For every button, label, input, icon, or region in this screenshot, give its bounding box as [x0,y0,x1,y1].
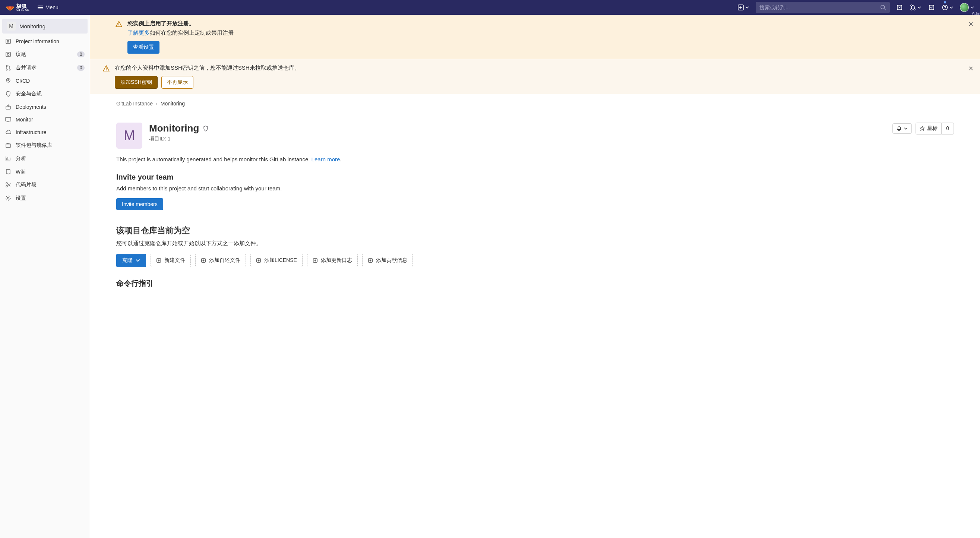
empty-repo-subtext: 您可以通过克隆仓库开始或开始以以下方式之一添加文件。 [116,240,954,247]
todo-icon [929,5,935,10]
star-count[interactable]: 0 [942,123,954,135]
svg-point-14 [8,80,9,81]
todos-shortcut[interactable] [925,0,938,15]
sidebar-item-merge-requests[interactable]: 合并请求 0 [0,61,90,75]
plus-box-icon [256,258,261,263]
package-icon [5,142,11,148]
create-new-button[interactable] [734,0,753,15]
plus-box-icon [738,5,744,10]
chevron-down-icon [904,127,908,131]
svg-point-1 [881,5,885,9]
sidebar-item-security[interactable]: 安全与合规 [0,87,90,100]
learn-more-link[interactable]: Learn more [312,156,340,162]
sidebar-item-label: 合并请求 [16,64,73,71]
clone-button[interactable]: 克隆 [116,254,146,267]
chevron-down-icon [917,6,921,9]
sidebar-item-label: 分析 [16,155,84,162]
monitor-icon [5,116,11,123]
svg-point-18 [6,183,8,184]
sidebar-item-label: Project information [16,38,84,45]
star-icon [920,126,925,131]
sidebar: M Monitoring Project information 议题 0 合并… [0,15,90,538]
add-ssh-key-button[interactable]: 添加SSH密钥 [115,76,158,89]
help-button[interactable] [938,0,957,15]
svg-rect-9 [6,52,10,57]
merge-requests-shortcut[interactable] [906,0,925,15]
close-icon[interactable]: × [969,20,973,28]
sidebar-item-deployments[interactable]: Deployments [0,100,90,113]
menu-button[interactable]: Menu [33,0,63,15]
sidebar-item-project-information[interactable]: Project information [0,35,90,48]
gitlab-fox-icon [6,3,14,11]
mr-count: 0 [77,65,84,71]
add-license-button[interactable]: 添加LICENSE [250,254,302,267]
sidebar-item-analytics[interactable]: 分析 [0,152,90,166]
sidebar-item-settings[interactable]: 设置 [0,191,90,205]
gear-icon [5,195,11,201]
search-box[interactable] [756,2,890,13]
svg-point-13 [9,69,10,70]
visibility-internal-icon [203,126,209,132]
svg-point-20 [8,197,9,199]
project-avatar-small: M [7,22,16,30]
add-changelog-button[interactable]: 添加更新日志 [307,254,358,267]
learn-more-link[interactable]: 了解更多 [127,29,150,36]
sidebar-item-label: Infrastructure [16,129,84,135]
issues-count: 0 [77,51,84,57]
dismiss-ssh-button[interactable]: 不再显示 [161,76,193,89]
sidebar-item-snippets[interactable]: 代码片段 [0,178,90,191]
svg-rect-16 [6,117,11,121]
sidebar-item-wiki[interactable]: Wiki [0,166,90,178]
sidebar-item-monitor[interactable]: Monitor [0,113,90,126]
notification-settings-button[interactable] [892,123,912,134]
merge-icon [5,65,11,71]
deploy-icon [5,104,11,110]
svg-point-4 [911,9,912,10]
svg-point-19 [6,186,8,187]
search-icon[interactable] [880,5,886,10]
new-file-button[interactable]: 新建文件 [151,254,191,267]
plus-box-icon [313,258,318,263]
breadcrumb-root[interactable]: GitLab Instance [116,100,153,107]
svg-point-11 [6,65,7,66]
project-id: 项目ID: 1 [149,135,886,142]
invite-members-button[interactable]: Invite members [116,198,163,210]
logo[interactable]: 极狐 GITLAB [3,3,33,11]
ssh-key-alert: 在您的个人资料中添加SSH密钥之前，您不能通过SSH来拉取或推送仓库。 添加SS… [90,59,980,94]
brand-name: 极狐 [16,3,30,9]
issue-icon [5,51,11,57]
sidebar-item-label: Wiki [16,169,84,175]
bell-icon [897,126,902,131]
chevron-down-icon [950,6,953,9]
notification-dot [943,1,947,4]
add-readme-button[interactable]: 添加自述文件 [195,254,246,267]
shield-icon [5,91,11,97]
cli-guide-heading: 命令行指引 [116,278,954,288]
sidebar-item-label: CI/CD [16,78,84,84]
issue-icon [897,5,902,10]
book-icon [5,169,11,175]
issues-shortcut[interactable] [893,0,906,15]
plus-box-icon [156,258,161,263]
sidebar-item-cicd[interactable]: CI/CD [0,75,90,87]
sidebar-item-label: 软件包与镜像库 [16,142,84,149]
sidebar-item-issues[interactable]: 议题 0 [0,48,90,61]
search-input[interactable] [759,5,880,10]
view-settings-button[interactable]: 查看设置 [127,41,159,54]
breadcrumb: GitLab Instance › Monitoring [116,100,954,112]
open-registration-alert: 您实例上启用了开放注册。 了解更多如何在您的实例上定制或禁用注册 查看设置 × [90,15,980,59]
help-icon [942,5,948,10]
chevron-right-icon: › [156,100,158,107]
add-contributing-button[interactable]: 添加贡献信息 [362,254,413,267]
content: 您实例上启用了开放注册。 了解更多如何在您的实例上定制或禁用注册 查看设置 × … [90,15,980,538]
star-button[interactable]: 星标 [916,123,942,135]
sidebar-item-infrastructure[interactable]: Infrastructure [0,126,90,138]
close-icon[interactable]: × [969,64,973,73]
hamburger-icon [37,5,43,10]
user-menu[interactable]: Administra [957,0,977,15]
sidebar-item-packages[interactable]: 软件包与镜像库 [0,138,90,152]
project-description: This project is automatically generated … [116,156,954,162]
scissors-icon [5,182,11,188]
sidebar-item-label: 议题 [16,51,73,58]
sidebar-project-header[interactable]: M Monitoring [2,19,88,33]
